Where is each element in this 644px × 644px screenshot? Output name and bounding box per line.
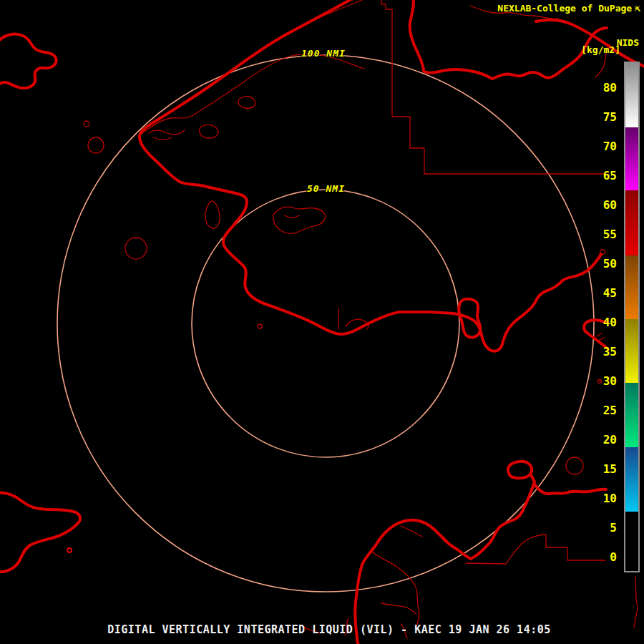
colorbar-tick-label-45: 45 bbox=[588, 287, 617, 300]
inner-range-ring bbox=[192, 190, 459, 457]
colorbar-tick-label-60: 60 bbox=[588, 199, 617, 212]
coastline-thin-group bbox=[67, 0, 638, 638]
brand-icon: ⇱ bbox=[635, 3, 640, 14]
outer-ring-label: 100 NMI bbox=[301, 48, 346, 59]
colorbar-tick-label-40: 40 bbox=[588, 316, 617, 329]
colorbar-tick-label-35: 35 bbox=[588, 346, 617, 358]
radar-display: NEXLAB-College of DuPage⇱ NIDS [kg/m2] 8… bbox=[0, 0, 644, 644]
colorbar-tick-label-10: 10 bbox=[588, 492, 617, 505]
brand-text: NEXLAB-College of DuPage bbox=[497, 3, 632, 14]
colorbar-tick-label-65: 65 bbox=[588, 170, 617, 182]
colorbar-tick-label-55: 55 bbox=[588, 228, 617, 241]
colorbar-tick-label-80: 80 bbox=[588, 82, 617, 94]
radar-map bbox=[0, 0, 644, 644]
colorbar-tick-label-20: 20 bbox=[588, 434, 617, 447]
colorbar-tick-label-25: 25 bbox=[588, 404, 617, 417]
units-label: [kg/m2] bbox=[581, 44, 620, 55]
product-caption: DIGITAL VERTICALLY INTEGRATED LIQUID (VI… bbox=[107, 623, 551, 636]
colorbar-tick-label-75: 75 bbox=[588, 111, 617, 124]
colorbar-tick-label-70: 70 bbox=[588, 140, 617, 153]
inner-ring-label: 50 NMI bbox=[307, 183, 345, 194]
colorbar-tick-label-15: 15 bbox=[588, 463, 617, 476]
colorbar-tick-label-5: 5 bbox=[588, 522, 617, 535]
colorbar-tick-label-30: 30 bbox=[588, 375, 617, 388]
colorbar bbox=[624, 62, 640, 572]
colorbar-tick-label-50: 50 bbox=[588, 258, 617, 270]
colorbar-tick-label-0: 0 bbox=[588, 551, 617, 564]
brand-banner: NEXLAB-College of DuPage⇱ bbox=[497, 3, 640, 14]
